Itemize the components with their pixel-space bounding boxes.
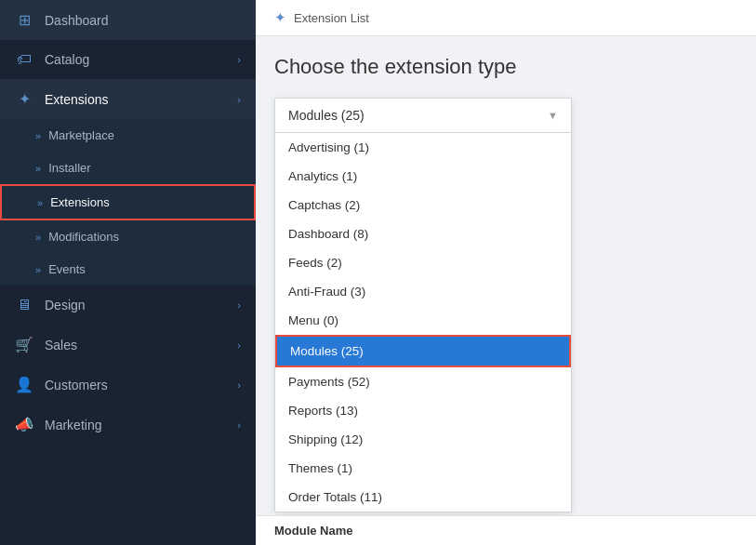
dropdown-caret-icon: ▼ (548, 110, 558, 121)
dropdown-selected-label: Modules (25) (288, 108, 365, 123)
sidebar-item-design[interactable]: 🖥 Design › (0, 286, 256, 325)
sidebar: ⊞ Dashboard 🏷 Catalog › ✦ Extensions › »… (0, 0, 256, 545)
extensions-icon: ✦ (15, 90, 33, 108)
customers-icon: 👤 (15, 376, 33, 393)
chevron-right-icon: › (237, 339, 241, 351)
dropdown-item-payments[interactable]: Payments (52) (275, 367, 571, 396)
chevron-right-icon: › (237, 419, 241, 431)
dropdown-item-advertising[interactable]: Advertising (1) (275, 133, 571, 162)
double-chevron-icon: » (37, 197, 43, 208)
dropdown-selected[interactable]: Modules (25) ▼ (275, 99, 571, 133)
sidebar-label-design: Design (45, 298, 86, 312)
sidebar-subitem-label-installer: Installer (48, 161, 91, 175)
main-content: ✦ Extension List Choose the extension ty… (256, 0, 756, 545)
chevron-down-icon: › (237, 94, 241, 105)
double-chevron-icon: » (35, 264, 41, 275)
sidebar-label-catalog: Catalog (45, 52, 89, 67)
sidebar-item-dashboard[interactable]: ⊞ Dashboard (0, 0, 256, 40)
dropdown-item-captchas[interactable]: Captchas (2) (275, 191, 571, 219)
sidebar-subitem-label-events: Events (48, 262, 86, 276)
module-name-label: Module Name (274, 524, 353, 538)
sidebar-subitem-installer[interactable]: » Installer (0, 152, 256, 184)
chevron-right-icon: › (237, 379, 241, 391)
module-name-header: Module Name (256, 515, 756, 545)
header-bar: ✦ Extension List (256, 0, 756, 36)
sidebar-label-marketing: Marketing (45, 418, 101, 432)
sidebar-item-catalog[interactable]: 🏷 Catalog › (0, 40, 256, 79)
catalog-icon: 🏷 (15, 51, 33, 68)
dropdown-list: Advertising (1) Analytics (1) Captchas (… (275, 133, 571, 512)
puzzle-icon: ✦ (274, 9, 286, 26)
sidebar-item-extensions[interactable]: ✦ Extensions › (0, 79, 256, 119)
dropdown-item-dashboard[interactable]: Dashboard (8) (275, 219, 571, 248)
breadcrumb-text: Extension List (294, 11, 369, 25)
sidebar-item-marketing[interactable]: 📣 Marketing › (0, 405, 256, 445)
sidebar-item-sales[interactable]: 🛒 Sales › (0, 325, 256, 365)
double-chevron-icon: » (35, 163, 41, 174)
dropdown-item-anti-fraud[interactable]: Anti-Fraud (3) (275, 277, 571, 306)
sidebar-label-extensions: Extensions (45, 92, 108, 107)
dropdown-item-themes[interactable]: Themes (1) (275, 454, 571, 483)
sidebar-subitem-label-modifications: Modifications (48, 230, 119, 244)
sidebar-subitem-label-extensions: Extensions (50, 195, 110, 209)
sidebar-label-dashboard: Dashboard (45, 13, 109, 28)
chevron-right-icon: › (237, 54, 241, 65)
dropdown-item-analytics[interactable]: Analytics (1) (275, 162, 571, 191)
chevron-right-icon: › (237, 299, 241, 311)
sidebar-subitem-events[interactable]: » Events (0, 253, 256, 286)
extension-type-dropdown[interactable]: Modules (25) ▼ Advertising (1) Analytics… (274, 98, 572, 512)
dropdown-item-modules[interactable]: Modules (25) (275, 335, 571, 367)
double-chevron-icon: » (35, 130, 41, 141)
sidebar-label-customers: Customers (45, 378, 108, 392)
double-chevron-icon: » (35, 232, 41, 243)
dropdown-item-feeds[interactable]: Feeds (2) (275, 248, 571, 277)
dropdown-item-order-totals[interactable]: Order Totals (11) (275, 483, 571, 512)
sidebar-subitem-extensions[interactable]: » Extensions (0, 184, 256, 220)
sidebar-subitem-marketplace[interactable]: » Marketplace (0, 119, 256, 152)
dropdown-item-reports[interactable]: Reports (13) (275, 396, 571, 425)
dashboard-icon: ⊞ (15, 11, 33, 29)
marketing-icon: 📣 (15, 416, 33, 433)
design-icon: 🖥 (15, 297, 33, 313)
sales-icon: 🛒 (15, 336, 33, 353)
sidebar-subitem-label-marketplace: Marketplace (48, 128, 114, 142)
extensions-section: ✦ Extensions › » Marketplace » Installer… (0, 79, 256, 286)
sidebar-subitem-modifications[interactable]: » Modifications (0, 220, 256, 253)
sidebar-label-sales: Sales (45, 338, 77, 352)
page-title: Choose the extension type (274, 55, 737, 79)
dropdown-item-menu[interactable]: Menu (0) (275, 306, 571, 335)
page-content: Choose the extension type Modules (25) ▼… (256, 36, 756, 545)
dropdown-item-shipping[interactable]: Shipping (12) (275, 425, 571, 454)
sidebar-item-customers[interactable]: 👤 Customers › (0, 365, 256, 405)
